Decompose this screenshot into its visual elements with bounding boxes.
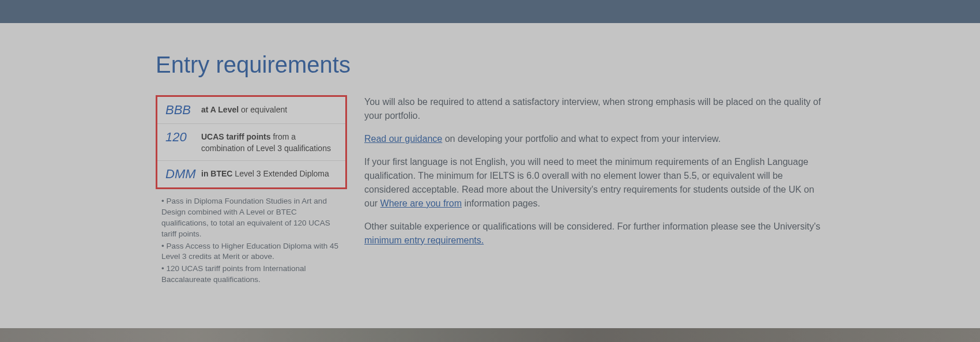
- additional-requirements: • Pass in Diploma Foundation Studies in …: [156, 189, 347, 294]
- bullet-item: • 120 UCAS tariff points from Internatio…: [161, 264, 341, 285]
- body-paragraph: Read our guidance on developing your por…: [364, 132, 824, 146]
- top-nav-bar: [0, 0, 980, 23]
- bullet-item: • Pass Access to Higher Education Diplom…: [161, 241, 341, 263]
- requirement-desc: at A Level or equivalent: [201, 103, 287, 116]
- body-paragraph: If your first language is not English, y…: [364, 155, 824, 211]
- page-heading: Entry requirements: [156, 52, 824, 78]
- footer-image-banner: [0, 328, 980, 342]
- guidance-link[interactable]: Read our guidance: [364, 134, 442, 144]
- body-paragraph: Other suitable experience or qualificati…: [364, 220, 824, 247]
- requirement-row: 120 UCAS tariff points from a combinatio…: [157, 124, 345, 160]
- requirement-row: BBB at A Level or equivalent: [157, 97, 345, 124]
- requirement-code: DMM: [165, 167, 201, 182]
- bullet-item: • Pass in Diploma Foundation Studies in …: [161, 196, 341, 240]
- requirement-code: 120: [165, 130, 201, 145]
- requirement-desc: in BTEC Level 3 Extended Diploma: [201, 167, 329, 180]
- requirement-code: BBB: [165, 103, 201, 118]
- requirements-box: BBB at A Level or equivalent 120 UCAS ta…: [156, 95, 347, 189]
- requirement-row: DMM in BTEC Level 3 Extended Diploma: [157, 161, 345, 187]
- where-from-link[interactable]: Where are you from: [380, 198, 462, 208]
- body-paragraph: You will also be required to attend a sa…: [364, 95, 824, 123]
- requirement-desc: UCAS tariff points from a combination of…: [201, 130, 337, 154]
- min-entry-link[interactable]: minimum entry requirements.: [364, 235, 484, 245]
- main-content: Entry requirements BBB at A Level or equ…: [0, 23, 980, 328]
